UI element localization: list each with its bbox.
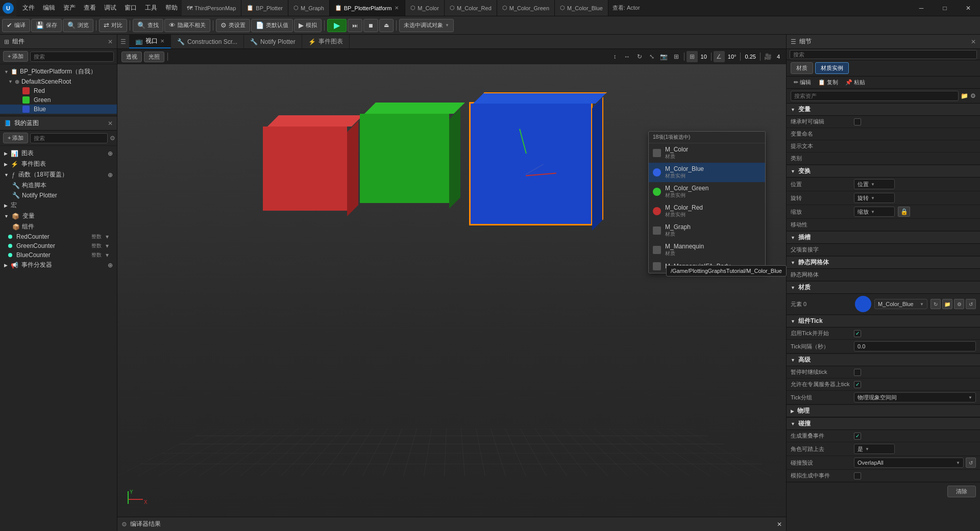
functions-add-icon[interactable]: ⊕ [108, 171, 113, 179]
gen-overlap-checkbox[interactable] [854, 433, 861, 440]
func-item-notify-plotter[interactable]: 🔧 Notify Plotter [0, 191, 117, 200]
dropdown-m-color[interactable]: M_Color 材质 [649, 143, 765, 163]
vp-angle-toggle[interactable]: ∠ [714, 51, 725, 62]
collision-preset-select[interactable]: OverlapAll ▼ [854, 458, 964, 468]
tree-item-default-scene-root[interactable]: ⊕ DefaultSceneRoot [0, 77, 117, 86]
menu-edit[interactable]: 编辑 [39, 0, 59, 16]
menu-assets[interactable]: 资产 [59, 0, 80, 16]
sub-tab-notify-plotter[interactable]: 🔧 Notify Plotter [244, 35, 302, 48]
pause-tick-checkbox[interactable] [854, 369, 861, 376]
event-dispatcher-add[interactable]: ⊕ [108, 262, 113, 269]
var-red-counter-arrow[interactable]: ▾ [106, 233, 109, 240]
simulation-button[interactable]: ▶ 模拟 [294, 19, 322, 32]
func-item-construction[interactable]: 🔧 构造脚本 [0, 180, 117, 191]
collision-reset-btn[interactable]: ↺ [966, 458, 976, 468]
variables-section-header[interactable]: 📦 变量 [0, 211, 117, 221]
sub-tab-construction[interactable]: 🔧 Construction Scr... [171, 35, 244, 48]
tab-close-bp-plotter-platform[interactable]: ✕ [394, 5, 400, 11]
tab-m-color-green[interactable]: ⬡ M_Color_Green [497, 0, 555, 16]
vp-perspective-btn[interactable]: 透视 [121, 52, 142, 62]
event-graph-section-header[interactable]: ⚡ 事件图表 [0, 159, 117, 169]
eject-button[interactable]: ⏏ [379, 19, 394, 32]
minimize-button[interactable]: ─ [910, 0, 933, 16]
dropdown-m-color-blue[interactable]: M_Color_Blue 材质实例 [649, 163, 765, 182]
asset-search-settings-icon[interactable]: ⚙ [970, 92, 976, 99]
material-refresh-btn[interactable]: ↻ [930, 299, 941, 309]
tab-bp-plotter[interactable]: 📋 BP_Plotter [241, 0, 288, 16]
menu-window[interactable]: 窗口 [120, 0, 141, 16]
material-browse-btn[interactable]: 📁 [942, 299, 952, 309]
event-dispatcher-section[interactable]: 📢 事件分发器 ⊕ [0, 260, 117, 270]
functions-section-header[interactable]: ƒ 函数（18可覆盖） ⊕ [0, 169, 117, 180]
menu-file[interactable]: 文件 [18, 0, 39, 16]
clear-button[interactable]: 清除 [947, 486, 976, 497]
can-char-step-select[interactable]: 是 ▼ [854, 444, 895, 454]
vp-rotate-icon[interactable]: ↻ [634, 51, 645, 62]
transform-section-header[interactable]: 变换 [787, 165, 980, 178]
graphs-section-header[interactable]: 📊 图表 ⊕ [0, 148, 117, 159]
advanced-section-header[interactable]: 高级 [787, 354, 980, 366]
physics-section-header[interactable]: 物理 [787, 405, 980, 417]
tab-m-color-red[interactable]: ⬡ M_Color_Red [445, 0, 497, 16]
var-green-counter[interactable]: GreenCounter 整数 ▾ [0, 241, 117, 250]
menu-tools[interactable]: 工具 [141, 0, 161, 16]
compiler-bar-close[interactable]: ✕ [777, 521, 782, 528]
skip-button[interactable]: ⏭ [348, 19, 362, 32]
material-type-btn[interactable]: 材质 [791, 62, 813, 74]
material-section-header[interactable]: 材质 [787, 282, 980, 294]
save-button[interactable]: 💾 保存 [31, 19, 62, 32]
graphs-add-icon[interactable]: ⊕ [108, 150, 113, 157]
dropdown-m-graph[interactable]: M_Graph 材质 [649, 221, 765, 240]
details-panel-close[interactable]: ✕ [971, 38, 976, 45]
vp-select-icon[interactable]: ↔ [622, 51, 633, 62]
my-blueprints-gear-icon[interactable]: ⚙ [110, 135, 115, 142]
tree-item-green[interactable]: Green [0, 95, 117, 105]
sockets-section-header[interactable]: 插槽 [787, 232, 980, 244]
sim-events-checkbox[interactable] [854, 472, 861, 479]
vp-translate-icon[interactable]: ↕ [609, 51, 621, 62]
vp-lit-btn[interactable]: 光照 [144, 52, 164, 62]
rotation-select[interactable]: 旋转 ▼ [854, 193, 895, 203]
search-button[interactable]: 🔍 查找 [133, 19, 163, 32]
sub-tab-event-graph[interactable]: ⚡ 事件图表 [302, 35, 350, 48]
tab-m-graph[interactable]: ⬡ M_Graph [288, 0, 330, 16]
var-blue-counter[interactable]: BlueCounter 整数 ▾ [0, 250, 117, 260]
vp-camera-icon[interactable]: 📷 [658, 51, 670, 62]
vp-grid-icon[interactable]: ⊞ [671, 51, 682, 62]
paste-btn[interactable]: 📌 粘贴 [842, 78, 868, 87]
vp-camera-speed[interactable]: 🎥 [763, 51, 774, 62]
my-blueprints-search-input[interactable] [30, 133, 108, 143]
menu-view[interactable]: 查看 [80, 0, 100, 16]
tab-bp-plotter-platform[interactable]: 📋 BP_PlotterPlatform ✕ [330, 0, 406, 16]
class-settings-button[interactable]: ⚙ 类设置 [216, 19, 250, 32]
hide-unrelated-button[interactable]: 👁 隐藏不相关 [164, 19, 210, 32]
tab-m-color[interactable]: ⬡ M_Color [405, 0, 445, 16]
my-blueprints-close[interactable]: ✕ [108, 120, 113, 127]
components-panel-close[interactable]: ✕ [108, 38, 113, 45]
components-search-input[interactable] [30, 52, 114, 62]
tree-item-red[interactable]: Red [0, 86, 117, 95]
position-select[interactable]: 位置 ▼ [854, 179, 895, 189]
material-instance-type-btn[interactable]: 材质实例 [815, 62, 849, 74]
tick-group-select[interactable]: 物理现象空间间 ▼ [854, 392, 976, 402]
close-button[interactable]: ✕ [957, 0, 980, 16]
tab-third-person-map[interactable]: 🗺 ThirdPersonMap [182, 0, 241, 16]
var-component[interactable]: 📦 组件 [0, 221, 117, 232]
edit-btn[interactable]: ✏ 编辑 [791, 78, 814, 87]
material-name-select[interactable]: M_Color_Blue ▼ [874, 299, 927, 309]
tree-item-bp-plotter-platform[interactable]: 📋 BP_PlotterPlatform（自我） [0, 66, 117, 77]
menu-debug[interactable]: 调试 [100, 0, 120, 16]
macros-section-header[interactable]: 宏 [0, 200, 117, 211]
var-red-counter[interactable]: RedCounter 整数 ▾ [0, 232, 117, 241]
maximize-button[interactable]: □ [933, 0, 957, 16]
menu-help[interactable]: 帮助 [161, 0, 182, 16]
static-mesh-section-header[interactable]: 静态网格体 [787, 257, 980, 269]
no-debug-select[interactable]: 未选中调试对象 ▼ [399, 19, 454, 32]
my-blueprints-add-button[interactable]: + 添加 [3, 133, 28, 143]
var-blue-counter-arrow[interactable]: ▾ [106, 251, 109, 259]
component-tick-section-header[interactable]: 组件Tick [787, 315, 980, 327]
scale-select[interactable]: 缩放 ▼ [854, 207, 895, 217]
material-settings-btn[interactable]: ⚙ [954, 299, 964, 309]
compile-button[interactable]: ✔ 编译 [2, 19, 30, 32]
play-button[interactable]: ▶ [327, 19, 347, 32]
